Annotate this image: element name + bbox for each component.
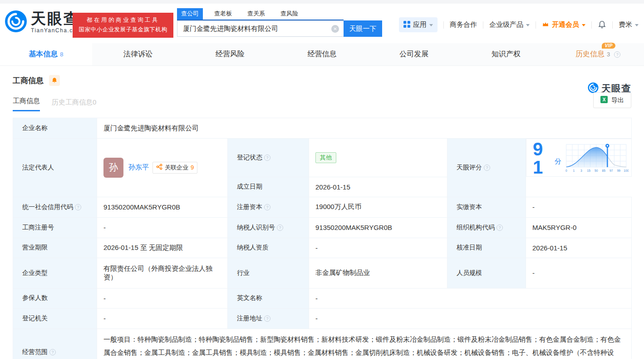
search-tabs: 查公司 查老板 查关系 查风险	[177, 8, 344, 20]
score-axis-ticks: 0 1 3 15 50 85 97 99 100	[565, 169, 629, 172]
monitor-bell-icon[interactable]	[49, 75, 60, 86]
search-tab-risk[interactable]: 查风险	[276, 8, 302, 20]
help-icon[interactable]: ?	[49, 349, 56, 355]
field-label-approval-date: 核准日期	[447, 238, 526, 258]
site-header: 天眼查 TianYanCha.com 都在用的商业查询工具 国家中小企业发展子基…	[0, 4, 644, 43]
search-tab-boss[interactable]: 查老板	[210, 8, 236, 20]
nav-divider	[612, 21, 613, 29]
field-value-establish-date: 2026-01-15	[309, 177, 447, 197]
field-value-tianyan-score: 91 分	[526, 139, 632, 177]
table-row: 工商注册号 - 纳税人识别号? 91350200MAK5RYGR0B 组织机构代…	[13, 217, 632, 238]
field-value-credit-code: 91350200MAK5RYGR0B	[97, 197, 228, 217]
field-value-staff-size: -	[526, 258, 632, 288]
tab-label: 历史信息	[575, 50, 605, 58]
chevron-down-icon	[526, 24, 530, 26]
nav-open-vip[interactable]: 开通会员	[542, 20, 585, 29]
tab-label: 经营信息	[308, 50, 337, 59]
vip-badge: VIP	[602, 43, 615, 49]
related-companies-count: 9	[191, 164, 194, 171]
field-label-staff-size: 人员规模	[447, 258, 526, 288]
table-row: 法定代表人 孙 孙东平 关联企业 9	[13, 139, 632, 177]
field-label-company-name: 企业名称	[13, 118, 97, 139]
nav-business-coop[interactable]: 商务合作	[450, 20, 477, 29]
tianyancha-logo-icon	[5, 10, 27, 35]
table-row: 参保人数 - 英文名称 -	[13, 288, 632, 308]
header-nav: 应用 商务合作 企业级产品 开通会员	[399, 17, 639, 32]
business-info-table: 企业名称 厦门金鹭先进陶瓷材料有限公司 法定代表人 孙 孙东平	[13, 118, 632, 359]
search-button[interactable]: 天眼一下	[344, 20, 382, 37]
field-value-business-scope: 一般项目：特种陶瓷制品制造；特种陶瓷制品销售；新型陶瓷材料销售；新材料技术研发；…	[97, 329, 632, 359]
apps-grid-icon	[403, 21, 410, 29]
score-unit: 分	[555, 157, 561, 166]
help-icon[interactable]: ?	[75, 204, 81, 210]
search-area: 查公司 查老板 查关系 查风险 ✕ 天眼一下	[177, 8, 382, 37]
table-row: 营业期限 2026-01-15 至 无固定期限 纳税人资质 - 核准日期 202…	[13, 238, 632, 258]
nav-user[interactable]: 费米	[619, 20, 639, 29]
help-icon[interactable]: ?	[264, 315, 270, 322]
help-icon[interactable]: ?	[497, 224, 503, 231]
slogan-banner: 都在用的商业查询工具 国家中小企业发展子基金旗下机构	[73, 13, 173, 38]
field-value-paid-capital: -	[526, 197, 632, 217]
nav-apps[interactable]: 应用	[399, 17, 438, 32]
field-value-approval-date: 2026-01-15	[526, 238, 632, 258]
field-label-english-name: 英文名称	[228, 288, 309, 308]
subtab-business-info[interactable]: 工商信息	[13, 97, 40, 111]
svg-text:3: 3	[580, 169, 582, 172]
field-value-company-type: 有限责任公司（外商投资企业法人独资）	[97, 258, 228, 288]
slogan-line1: 都在用的商业查询工具	[74, 15, 172, 25]
svg-text:50: 50	[595, 169, 598, 172]
search-input[interactable]	[177, 20, 344, 37]
svg-text:100: 100	[624, 169, 628, 172]
chevron-down-icon	[635, 24, 639, 26]
table-row: 统一社会信用代码? 91350200MAK5RYGR0B 注册资本? 19000…	[13, 197, 632, 217]
field-label-taxpayer-id: 纳税人识别号?	[228, 217, 309, 238]
field-value-reg-capital: 19000万人民币	[309, 197, 447, 217]
related-companies-label: 关联企业	[165, 164, 188, 172]
nav-divider	[443, 21, 444, 29]
tab-intellectual-property[interactable]: 知识产权	[460, 43, 552, 65]
export-button[interactable]: X 导出	[593, 92, 631, 108]
field-label-reg-status: 登记状态?	[228, 139, 309, 177]
help-icon[interactable]: ?	[277, 224, 283, 231]
tab-company-development[interactable]: 公司发展	[368, 43, 460, 65]
tianyancha-logo[interactable]: 天眼查 TianYanCha.com	[5, 10, 82, 35]
search-tab-company[interactable]: 查公司	[177, 8, 203, 20]
legal-rep-name-link[interactable]: 孙东平	[128, 163, 149, 172]
field-label-tianyan-score: 天眼评分?	[447, 139, 526, 197]
table-row: 企业类型 有限责任公司（外商投资企业法人独资） 行业 非金属矿物制品业 人员规模…	[13, 258, 632, 288]
help-icon[interactable]: ?	[484, 165, 490, 171]
field-label-reg-capital: 注册资本?	[228, 197, 309, 217]
search-tab-relation[interactable]: 查关系	[243, 8, 269, 20]
tab-legal-litigation[interactable]: 法律诉讼	[92, 43, 184, 65]
field-label-company-type: 企业类型	[13, 258, 97, 288]
company-tab-bar: 基本信息 8 法律诉讼 经营风险 经营信息 公司发展 知识产权 历史信息 VIP…	[0, 43, 644, 66]
field-label-industry: 行业	[228, 258, 309, 288]
slogan-line2: 国家中小企业发展子基金旗下机构	[74, 25, 172, 35]
svg-text:99: 99	[617, 169, 621, 172]
tab-label: 公司发展	[399, 50, 428, 59]
clear-search-icon[interactable]: ✕	[331, 25, 339, 33]
section-title: 工商信息	[13, 75, 44, 86]
network-icon	[156, 164, 162, 171]
tab-basic-info[interactable]: 基本信息 8	[0, 43, 92, 65]
tab-label: 经营风险	[216, 50, 245, 59]
related-companies-badge[interactable]: 关联企业 9	[152, 162, 197, 174]
field-label-establish-date: 成立日期	[228, 177, 309, 197]
help-icon[interactable]: ?	[614, 51, 620, 58]
export-label: 导出	[611, 96, 624, 105]
field-label-reg-address: 注册地址?	[228, 308, 309, 329]
tab-history-info[interactable]: 历史信息 VIP 3 ?	[552, 43, 644, 65]
nav-enterprise-products[interactable]: 企业级产品	[489, 20, 530, 29]
subtab-history-business-info[interactable]: 历史工商信息0	[52, 98, 96, 111]
field-value-reg-number: -	[97, 217, 228, 238]
notification-bell-icon[interactable]	[598, 20, 606, 29]
nav-vip-label: 开通会员	[552, 20, 579, 29]
help-icon[interactable]: ?	[264, 204, 270, 210]
field-value-reg-status: 其他	[309, 139, 447, 177]
excel-icon: X	[600, 96, 608, 105]
svg-text:85: 85	[602, 169, 606, 172]
crown-icon	[542, 21, 549, 29]
help-icon[interactable]: ?	[264, 155, 270, 161]
tab-operation-risk[interactable]: 经营风险	[184, 43, 276, 65]
tab-operation-info[interactable]: 经营信息	[276, 43, 368, 65]
